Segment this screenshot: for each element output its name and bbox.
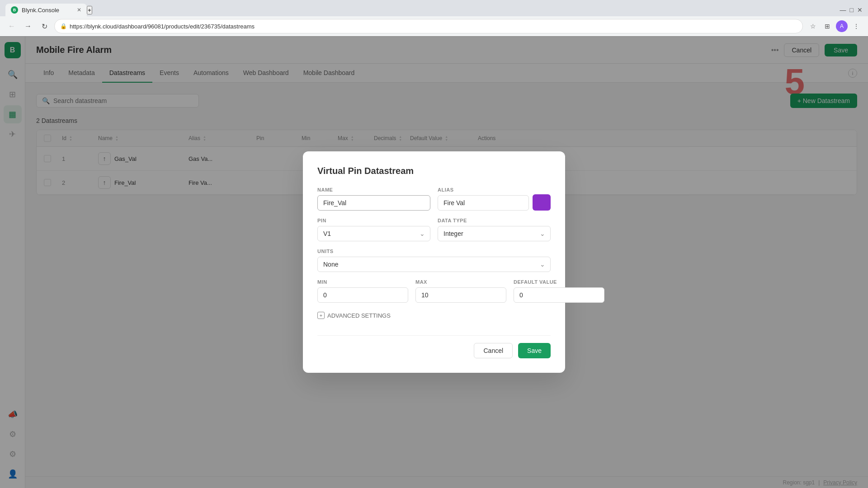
reload-button[interactable]: ↻ [38, 20, 51, 33]
units-row: UNITS None Celsius Fahrenheit Percent [317, 249, 551, 272]
advanced-settings-toggle[interactable]: + ADVANCED SETTINGS [317, 310, 551, 321]
pin-select[interactable]: V0 V1 V2 V3 V4 [317, 226, 430, 241]
browser-toolbar: ← → ↻ 🔒 https://blynk.cloud/dashboard/96… [0, 16, 868, 36]
profile-wrapper[interactable]: A [835, 20, 848, 33]
modal-footer: Cancel Save [317, 335, 551, 358]
bookmark-icon[interactable]: ☆ [807, 20, 819, 33]
advanced-settings-label: ADVANCED SETTINGS [327, 312, 391, 319]
extension1-icon[interactable]: ⊞ [821, 20, 834, 33]
new-tab-button[interactable]: + [87, 6, 92, 14]
units-group: UNITS None Celsius Fahrenheit Percent [317, 249, 551, 272]
default-value-label: DEFAULT VALUE [514, 279, 604, 285]
color-swatch[interactable] [533, 194, 551, 211]
name-input[interactable] [317, 195, 430, 211]
name-label: NAME [317, 187, 430, 192]
min-input[interactable] [317, 287, 408, 303]
alias-group: ALIAS [438, 187, 551, 211]
close-tab-icon[interactable]: ✕ [77, 7, 81, 13]
profile-avatar: A [836, 20, 848, 32]
data-type-group: DATA TYPE Integer Double String Enum [438, 218, 551, 241]
alias-input[interactable] [438, 195, 529, 211]
favicon: B [11, 6, 18, 14]
max-label: MAX [415, 279, 506, 285]
name-group: NAME [317, 187, 430, 211]
pin-datatype-row: PIN V0 V1 V2 V3 V4 DATA TYPE Integer [317, 218, 551, 241]
url-text: https://blynk.cloud/dashboard/96081/prod… [70, 23, 255, 30]
modal-cancel-button[interactable]: Cancel [474, 343, 513, 358]
browser-chrome: B Blynk.Console ✕ + — □ ✕ ← → ↻ 🔒 https:… [0, 0, 868, 37]
back-button[interactable]: ← [5, 20, 18, 33]
min-max-default-row: MIN MAX DEFAULT VALUE [317, 279, 551, 303]
data-type-label: DATA TYPE [438, 218, 551, 223]
minimize-btn[interactable]: — [840, 6, 846, 14]
data-type-select-wrapper: Integer Double String Enum [438, 226, 551, 241]
address-bar[interactable]: 🔒 https://blynk.cloud/dashboard/96081/pr… [54, 19, 803, 33]
min-group: MIN [317, 279, 408, 303]
modal-title: Virtual Pin Datastream [317, 166, 551, 176]
modal-save-button[interactable]: Save [518, 343, 551, 358]
units-label: UNITS [317, 249, 551, 254]
virtual-pin-datastream-modal: Virtual Pin Datastream NAME ALIAS PIN [303, 151, 565, 373]
data-type-select[interactable]: Integer Double String Enum [438, 226, 551, 241]
maximize-btn[interactable]: □ [850, 6, 854, 14]
default-value-group: DEFAULT VALUE [514, 279, 604, 303]
pin-group: PIN V0 V1 V2 V3 V4 [317, 218, 430, 241]
max-input[interactable] [415, 287, 506, 303]
name-alias-row: NAME ALIAS [317, 187, 551, 211]
alias-label: ALIAS [438, 187, 529, 192]
menu-icon[interactable]: ⋮ [850, 20, 863, 33]
units-select-wrapper: None Celsius Fahrenheit Percent [317, 257, 551, 272]
forward-button[interactable]: → [22, 20, 34, 33]
lock-icon: 🔒 [60, 23, 67, 29]
min-label: MIN [317, 279, 408, 285]
tab-title: Blynk.Console [22, 7, 59, 14]
default-value-input[interactable] [514, 287, 604, 303]
close-btn[interactable]: ✕ [857, 6, 863, 14]
browser-tab[interactable]: B Blynk.Console ✕ [5, 4, 87, 16]
max-group: MAX [415, 279, 506, 303]
toolbar-icons: ☆ ⊞ A ⋮ [807, 20, 863, 33]
pin-select-wrapper: V0 V1 V2 V3 V4 [317, 226, 430, 241]
units-select[interactable]: None Celsius Fahrenheit Percent [317, 257, 551, 272]
pin-label: PIN [317, 218, 430, 223]
modal-overlay: Virtual Pin Datastream NAME ALIAS PIN [0, 36, 868, 488]
plus-icon: + [317, 312, 325, 319]
tab-bar: B Blynk.Console ✕ + — □ ✕ [0, 0, 868, 16]
